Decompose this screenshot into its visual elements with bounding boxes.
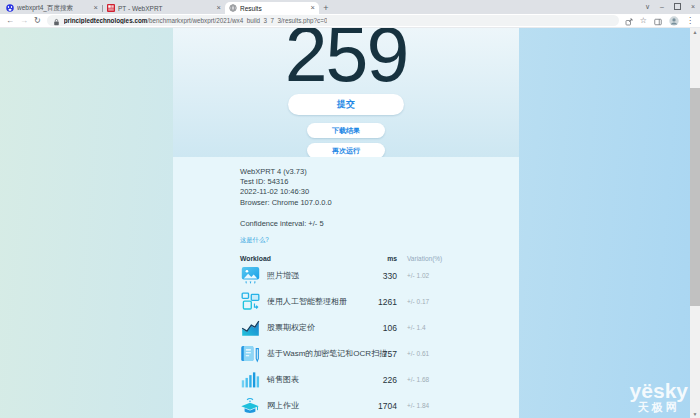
what-is-this-link[interactable]: 这是什么? bbox=[240, 236, 269, 245]
tab-close-icon[interactable]: × bbox=[311, 4, 315, 12]
tab-close-icon[interactable]: × bbox=[217, 4, 221, 12]
wasm-notes-icon bbox=[240, 344, 260, 364]
workload-variation-value: +/- 1.84 bbox=[407, 402, 467, 409]
workload-label: 照片增强 bbox=[267, 270, 361, 281]
bookmark-star-icon[interactable]: ☆ bbox=[640, 17, 647, 25]
app-version: WebXPRT 4 (v3.73) bbox=[240, 167, 519, 177]
tab-title: Results bbox=[240, 5, 308, 12]
workload-ms-value: 106 bbox=[361, 323, 397, 333]
test-id: Test ID: 54316 bbox=[240, 177, 519, 187]
new-tab-button[interactable]: + bbox=[319, 2, 333, 14]
score-section: 259 提交 下载结果 再次运行 bbox=[173, 28, 519, 157]
page-scrollbar[interactable]: ▲ ▼ bbox=[690, 28, 700, 418]
tab-search-chevron-icon[interactable]: ∨ bbox=[645, 3, 650, 11]
workload-row: 基于Wasm的加密笔记和OCR扫描757+/- 0.61 bbox=[240, 341, 467, 367]
run-again-button[interactable]: 再次运行 bbox=[307, 143, 385, 157]
workload-rows: 照片增强330+/- 1.02使用人工智能整理相册1261+/- 0.17股票期… bbox=[240, 263, 467, 418]
tab-results[interactable]: Results × bbox=[225, 2, 319, 14]
header-variation: Variation(%) bbox=[407, 255, 467, 262]
tab-title: PT - WebXPRT bbox=[118, 5, 214, 12]
share-icon[interactable] bbox=[625, 12, 633, 30]
online-homework-icon bbox=[240, 396, 260, 416]
scrollbar-thumb[interactable] bbox=[690, 88, 700, 306]
reload-icon[interactable]: ↻ bbox=[34, 17, 41, 25]
browser-version: Browser: Chrome 107.0.0.0 bbox=[240, 198, 519, 208]
header-ms: ms bbox=[361, 255, 397, 262]
stock-options-icon bbox=[240, 318, 260, 338]
download-results-button[interactable]: 下载结果 bbox=[307, 123, 385, 138]
workload-ms-value: 330 bbox=[361, 271, 397, 281]
scrollbar-up-icon[interactable]: ▲ bbox=[690, 28, 700, 36]
side-panel-icon[interactable] bbox=[654, 12, 662, 30]
maximize-icon[interactable] bbox=[674, 3, 681, 10]
forward-icon[interactable]: → bbox=[20, 17, 28, 25]
photo-enhance-icon bbox=[240, 266, 260, 286]
workload-ms-value: 1261 bbox=[361, 297, 397, 307]
workload-variation-value: +/- 1.02 bbox=[407, 272, 467, 279]
workload-table: Workload ms Variation(%) 照片增强330+/- 1.02… bbox=[240, 254, 467, 418]
page-content: 259 提交 下载结果 再次运行 WebXPRT 4 (v3.73) Test … bbox=[0, 28, 700, 418]
workload-ms-value: 1704 bbox=[361, 401, 397, 411]
tab-bar: webxprt4_百度搜索 × PT - WebXPRT × Results ×… bbox=[0, 0, 700, 14]
workload-label: 基于Wasm的加密笔记和OCR扫描 bbox=[267, 348, 361, 359]
workload-label: 股票期权定价 bbox=[267, 322, 361, 333]
table-header: Workload ms Variation(%) bbox=[240, 254, 467, 263]
overall-score: 259 bbox=[173, 28, 519, 93]
yesky-subtitle: 天极网 bbox=[630, 402, 688, 413]
minimize-icon[interactable]: – bbox=[660, 3, 664, 10]
confidence-interval: Confidence interval: +/- 5 bbox=[240, 219, 519, 228]
tab-close-icon[interactable]: × bbox=[94, 4, 98, 12]
details-section: WebXPRT 4 (v3.73) Test ID: 54316 2022-11… bbox=[173, 157, 519, 418]
yesky-logo: yësky bbox=[630, 380, 688, 401]
workload-row: 照片增强330+/- 1.02 bbox=[240, 263, 467, 289]
globe-icon bbox=[229, 4, 237, 13]
scrollbar-down-icon[interactable]: ▼ bbox=[690, 410, 700, 418]
workload-ms-value: 757 bbox=[361, 349, 397, 359]
workload-variation-value: +/- 0.61 bbox=[407, 350, 467, 357]
test-datetime: 2022-11-02 10:46:30 bbox=[240, 187, 519, 197]
workload-ms-value: 226 bbox=[361, 375, 397, 385]
submit-button[interactable]: 提交 bbox=[288, 94, 404, 115]
workload-label: 网上作业 bbox=[267, 400, 361, 411]
toolbar-actions: ☆ ⋮ bbox=[625, 12, 694, 30]
url-bar[interactable]: principledtechnologies.com/benchmarkxprt… bbox=[47, 15, 619, 26]
workload-row: 网上作业1704+/- 1.84 bbox=[240, 393, 467, 418]
ai-album-icon bbox=[240, 292, 260, 312]
workload-variation-value: +/- 1.68 bbox=[407, 376, 467, 383]
sales-chart-icon bbox=[240, 370, 260, 390]
pt-logo-icon bbox=[107, 4, 115, 13]
window-close-icon[interactable]: × bbox=[691, 3, 695, 10]
workload-row: 销售图表226+/- 1.68 bbox=[240, 367, 467, 393]
workload-label: 使用人工智能整理相册 bbox=[267, 296, 361, 307]
profile-avatar-icon[interactable] bbox=[669, 12, 679, 30]
back-icon[interactable]: ← bbox=[6, 17, 14, 25]
workload-variation-value: +/- 0.17 bbox=[407, 298, 467, 305]
baidu-paw-icon bbox=[6, 4, 14, 13]
header-workload: Workload bbox=[240, 255, 361, 262]
yesky-watermark: yësky 天极网 bbox=[630, 380, 688, 413]
results-column: 259 提交 下载结果 再次运行 WebXPRT 4 (v3.73) Test … bbox=[173, 28, 519, 418]
tab-pt-webxprt[interactable]: PT - WebXPRT × bbox=[103, 2, 225, 14]
test-metadata: WebXPRT 4 (v3.73) Test ID: 54316 2022-11… bbox=[240, 167, 519, 208]
menu-kebab-icon[interactable]: ⋮ bbox=[686, 17, 694, 25]
workload-row: 股票期权定价106+/- 1.4 bbox=[240, 315, 467, 341]
workload-row: 使用人工智能整理相册1261+/- 0.17 bbox=[240, 289, 467, 315]
workload-variation-value: +/- 1.4 bbox=[407, 324, 467, 331]
window-controls: ∨ – × bbox=[645, 1, 695, 12]
address-bar: ← → ↻ principledtechnologies.com/benchma… bbox=[0, 14, 700, 28]
url-text: principledtechnologies.com/benchmarkxprt… bbox=[64, 17, 328, 24]
lock-icon bbox=[53, 12, 60, 30]
workload-label: 销售图表 bbox=[267, 374, 361, 385]
